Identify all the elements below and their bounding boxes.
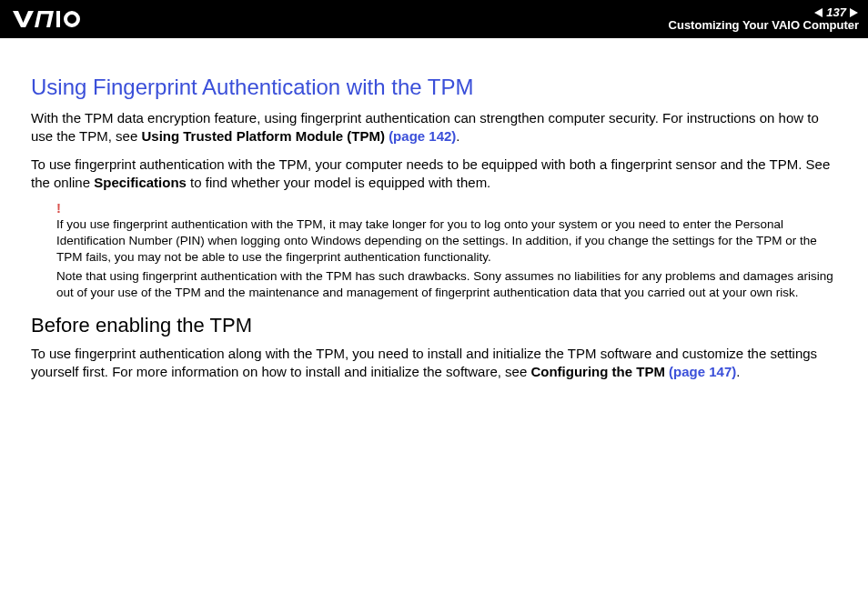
- text-fragment: to find whether your model is equipped w…: [187, 175, 490, 190]
- svg-marker-1: [814, 8, 823, 17]
- text-bold: Configuring the TPM: [530, 364, 669, 379]
- warning-note: ! If you use fingerprint authentication …: [31, 201, 837, 301]
- svg-rect-0: [56, 11, 60, 27]
- text-fragment: .: [456, 128, 459, 144]
- svg-marker-2: [850, 8, 858, 17]
- breadcrumb: Customizing Your VAIO Computer: [669, 19, 859, 32]
- page-content: Using Fingerprint Authentication with th…: [0, 38, 868, 382]
- paragraph-before-enabling: To use fingerprint authentication along …: [31, 345, 837, 382]
- vaio-logo: [13, 0, 113, 38]
- link-page-142[interactable]: (page 142): [389, 128, 456, 144]
- link-page-147[interactable]: (page 147): [669, 364, 736, 379]
- next-page-arrow-icon[interactable]: [848, 7, 859, 18]
- text-bold: Using Trusted Platform Module (TPM): [141, 128, 389, 144]
- page-navigation: 137: [813, 6, 859, 19]
- text-bold: Specifications: [94, 175, 187, 190]
- page-number: 137: [826, 6, 846, 19]
- note-text-1: If you use fingerprint authentication wi…: [56, 216, 837, 266]
- section-subtitle: Before enabling the TPM: [31, 314, 837, 337]
- prev-page-arrow-icon[interactable]: [813, 7, 824, 18]
- paragraph-requirements: To use fingerprint authentication with t…: [31, 156, 837, 193]
- header-right: 137 Customizing Your VAIO Computer: [669, 6, 859, 33]
- warning-icon: !: [56, 201, 837, 215]
- page-title: Using Fingerprint Authentication with th…: [31, 75, 837, 100]
- text-fragment: .: [736, 364, 740, 379]
- paragraph-intro: With the TPM data encryption feature, us…: [31, 109, 837, 146]
- note-text-2: Note that using fingerprint authenticati…: [56, 268, 837, 301]
- page-header: 137 Customizing Your VAIO Computer: [0, 0, 868, 38]
